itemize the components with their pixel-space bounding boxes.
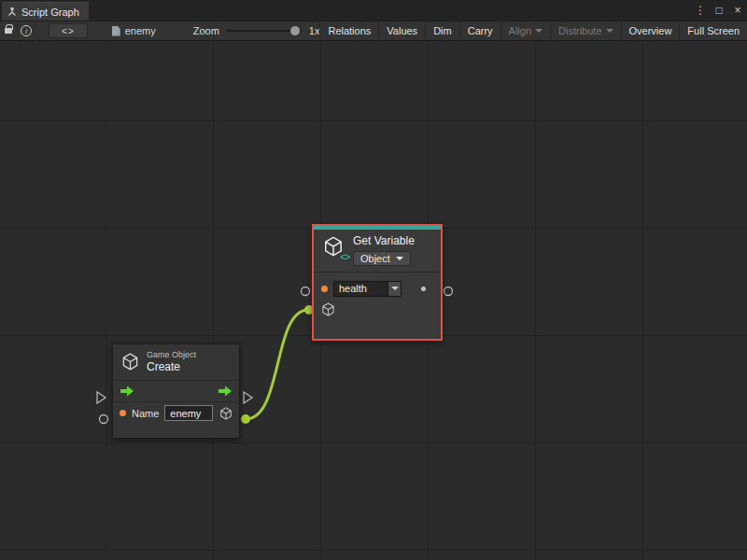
align-button[interactable]: Align xyxy=(500,21,550,41)
zoom-control: Zoom 1x xyxy=(193,25,320,36)
lock-icon xyxy=(5,28,12,34)
chevron-down-icon xyxy=(391,287,399,290)
variable-name-input[interactable]: health xyxy=(333,281,388,297)
node-title: Get Variable xyxy=(353,234,415,247)
connection-wire xyxy=(246,310,308,419)
object-cube-icon[interactable] xyxy=(321,302,335,316)
window-menu-icon[interactable]: ⋮ xyxy=(691,4,710,17)
relations-button[interactable]: Relations xyxy=(319,21,378,41)
tab-title: Script Graph xyxy=(21,7,79,18)
title-bar: Script Graph ⋮ □ × xyxy=(0,0,747,21)
zoom-slider-handle[interactable] xyxy=(290,26,300,35)
flow-in-arrow-icon[interactable] xyxy=(120,385,134,397)
string-port-icon[interactable] xyxy=(120,410,126,416)
chevron-down-icon xyxy=(606,29,613,33)
object-input-row xyxy=(321,299,433,319)
graph-asset-icon xyxy=(112,26,120,36)
string-port-icon[interactable] xyxy=(321,286,328,292)
info-button[interactable]: i xyxy=(18,21,35,41)
getvar-value-output-port xyxy=(444,287,453,296)
gameobject-output-port xyxy=(241,414,250,424)
node-create-game-object[interactable]: Game Object Create Name enemy xyxy=(112,343,240,439)
lock-button[interactable] xyxy=(0,21,18,41)
getvar-left-port xyxy=(302,287,310,296)
script-graph-icon xyxy=(7,7,17,17)
graph-reference[interactable]: enemy xyxy=(112,25,156,36)
zoom-value: 1x xyxy=(309,25,320,36)
info-icon: i xyxy=(21,25,32,36)
variable-picker-dropdown[interactable] xyxy=(388,281,402,297)
value-output-dot[interactable] xyxy=(421,287,426,291)
zoom-label: Zoom xyxy=(193,25,219,36)
node-title: Create xyxy=(147,360,196,373)
fullscreen-button[interactable]: Full Screen xyxy=(679,21,747,41)
close-icon[interactable]: × xyxy=(728,4,747,17)
graph-toolbar: i <> enemy Zoom 1x Relations Values Dim xyxy=(0,21,747,41)
chevron-down-icon xyxy=(396,257,403,260)
name-parameter-row: Name enemy xyxy=(113,401,239,424)
variable-kind-dropdown[interactable]: Object xyxy=(353,251,411,266)
flow-input-port xyxy=(97,392,106,403)
flow-row xyxy=(113,380,239,401)
get-variable-header: <> Get Variable Object xyxy=(314,230,441,272)
flow-output-port xyxy=(244,392,252,403)
tab-script-graph[interactable]: Script Graph xyxy=(2,2,89,21)
flow-out-arrow-icon[interactable] xyxy=(218,385,233,397)
overview-button[interactable]: Overview xyxy=(621,21,680,41)
graph-canvas[interactable]: <> Get Variable Object health xyxy=(0,41,747,560)
code-icon: <> xyxy=(62,26,75,36)
create-header: Game Object Create xyxy=(113,344,239,380)
toolbar-buttons: Relations Values Dim Carry Align Distrib… xyxy=(319,21,747,41)
variable-cube-icon: <> xyxy=(323,236,345,259)
gameobject-output-icon[interactable] xyxy=(219,407,233,420)
node-get-variable[interactable]: <> Get Variable Object health xyxy=(312,224,443,341)
variable-name-row: health xyxy=(321,278,433,299)
chevron-down-icon xyxy=(535,29,543,33)
edit-script-button[interactable]: <> xyxy=(49,23,87,38)
distribute-button[interactable]: Distribute xyxy=(550,21,620,41)
carry-button[interactable]: Carry xyxy=(459,21,500,41)
name-input-port xyxy=(100,415,108,424)
code-tag-icon: <> xyxy=(340,252,349,262)
param-label: Name xyxy=(132,408,159,419)
graph-name-label: enemy xyxy=(125,25,156,36)
gameobject-cube-icon xyxy=(121,353,139,371)
values-button[interactable]: Values xyxy=(378,21,425,41)
name-input[interactable]: enemy xyxy=(164,405,213,421)
zoom-slider[interactable] xyxy=(227,30,302,32)
maximize-icon[interactable]: □ xyxy=(710,4,728,17)
node-supertitle: Game Object xyxy=(147,350,196,359)
dim-button[interactable]: Dim xyxy=(425,21,459,41)
script-graph-window: Script Graph ⋮ □ × i <> enemy Zoom 1x xyxy=(0,0,747,560)
